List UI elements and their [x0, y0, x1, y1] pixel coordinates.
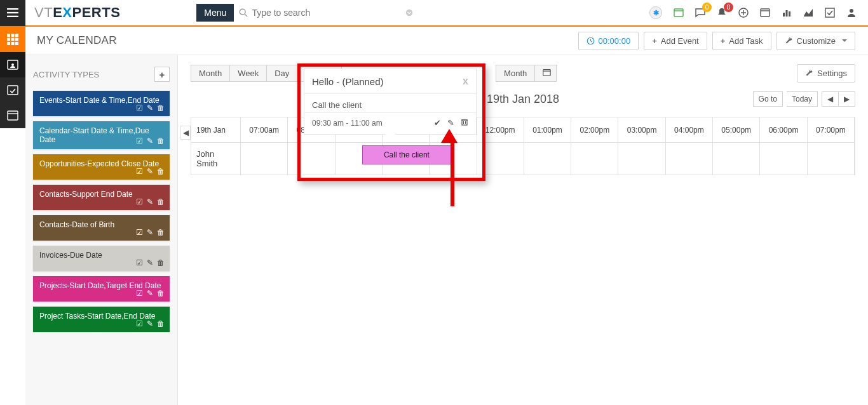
cal-cell[interactable]	[666, 143, 713, 175]
cal-cell[interactable]	[241, 143, 288, 175]
type-delete-icon[interactable]: 🗑	[157, 103, 165, 112]
hamburger-menu[interactable]	[0, 0, 25, 26]
view-day[interactable]: Day	[267, 65, 297, 82]
type-check-icon[interactable]: ☑	[136, 103, 143, 112]
goto-button[interactable]: Go to	[753, 91, 783, 107]
type-edit-icon[interactable]: ✎	[147, 289, 153, 298]
cal-cell[interactable]	[571, 143, 618, 175]
menu-button[interactable]: Menu	[196, 4, 234, 22]
bar-chart-icon[interactable]	[782, 8, 792, 18]
type-check-icon[interactable]: ☑	[136, 319, 143, 328]
type-delete-icon[interactable]: 🗑	[157, 289, 165, 298]
activity-type-card[interactable]: Invoices-Due Date☑✎🗑	[33, 246, 170, 271]
rail-event-person[interactable]	[0, 52, 25, 77]
type-edit-icon[interactable]: ✎	[147, 258, 153, 267]
cal-cell[interactable]	[808, 143, 855, 175]
search-dropdown-icon[interactable]	[405, 9, 413, 17]
type-check-icon[interactable]: ☑	[136, 167, 143, 176]
cal-cell[interactable]	[477, 143, 524, 175]
type-edit-icon[interactable]: ✎	[147, 197, 153, 206]
type-delete-icon[interactable]: 🗑	[157, 197, 165, 206]
cal-cell[interactable]	[524, 143, 571, 175]
rail-calendar-grid[interactable]	[0, 27, 25, 52]
type-delete-icon[interactable]: 🗑	[157, 167, 165, 176]
chat-icon[interactable]: 0	[695, 8, 705, 18]
cal-cell[interactable]	[288, 143, 335, 175]
cal-hour-header: 03:00pm	[618, 117, 665, 143]
type-edit-icon[interactable]: ✎	[147, 103, 153, 112]
add-task-button[interactable]: + Add Task	[712, 32, 771, 50]
current-date: 19th Jan 2018	[487, 93, 559, 106]
popup-close[interactable]: x	[463, 76, 468, 87]
rail-calendar-blank[interactable]	[0, 103, 25, 128]
type-delete-icon[interactable]: 🗑	[157, 136, 165, 145]
next-day[interactable]: ▶	[839, 91, 855, 107]
add-event-button[interactable]: + Add Event	[644, 32, 707, 50]
cal-hour-header: 05:00pm	[713, 117, 760, 143]
global-search[interactable]	[239, 4, 417, 22]
svg-rect-2	[7, 15, 18, 17]
popup-complete-icon[interactable]: ✔	[434, 118, 441, 128]
view-week[interactable]: Week	[230, 65, 267, 82]
plus-circle-icon[interactable]	[738, 8, 749, 18]
checkbox-icon[interactable]	[825, 8, 835, 18]
popup-edit-icon[interactable]: ✎	[447, 118, 454, 128]
scroll-left[interactable]: ◀	[180, 126, 191, 140]
svg-rect-15	[789, 11, 790, 17]
cal-cell[interactable]	[713, 143, 760, 175]
bell-icon[interactable]: 0	[717, 8, 727, 18]
activity-type-card[interactable]: Opportunities-Expected Close Date☑✎🗑	[33, 154, 170, 180]
type-check-icon[interactable]: ☑	[136, 228, 143, 237]
today-button[interactable]: Today	[787, 91, 818, 107]
add-activity-type[interactable]: +	[154, 67, 170, 82]
svg-rect-14	[786, 10, 788, 17]
calendar-green-icon[interactable]	[674, 8, 684, 18]
activity-type-card[interactable]: Projects-Start Date,Target End Date☑✎🗑	[33, 276, 170, 302]
type-edit-icon[interactable]: ✎	[147, 136, 153, 145]
type-check-icon[interactable]: ☑	[136, 258, 143, 267]
timer-button[interactable]: 00:00:00	[578, 32, 639, 50]
area-chart-icon[interactable]	[803, 8, 813, 18]
type-delete-icon[interactable]: 🗑	[157, 319, 165, 328]
hamburger-icon	[7, 8, 18, 17]
app-switcher[interactable]: ✱	[649, 6, 662, 19]
type-check-icon[interactable]: ☑	[136, 197, 143, 206]
view-month[interactable]: Month	[191, 65, 230, 82]
activity-type-card[interactable]: Contacts-Support End Date☑✎🗑	[33, 185, 170, 210]
popup-delete-icon[interactable]	[461, 118, 468, 128]
type-delete-icon[interactable]: 🗑	[157, 228, 165, 237]
wrench-icon	[785, 37, 793, 45]
calendar-picker-button[interactable]	[535, 65, 557, 82]
chat-badge: 0	[702, 3, 712, 12]
type-delete-icon[interactable]: 🗑	[157, 258, 165, 267]
search-input[interactable]	[252, 8, 417, 18]
activity-type-card[interactable]: Calendar-Start Date & Time,Due Date☑✎🗑	[33, 121, 170, 149]
cal-cell[interactable]	[618, 143, 665, 175]
type-edit-icon[interactable]: ✎	[147, 319, 153, 328]
svg-rect-20	[15, 34, 18, 37]
customize-button[interactable]: Customize	[776, 32, 855, 50]
logo-e: E	[53, 4, 62, 20]
cal-cell[interactable]: Call the client	[383, 143, 430, 175]
activity-type-card[interactable]: Events-Start Date & Time,End Date☑✎🗑	[33, 91, 170, 116]
svg-rect-22	[11, 38, 15, 41]
svg-rect-0	[7, 8, 18, 10]
activity-type-card[interactable]: Contacts-Date of Birth☑✎🗑	[33, 215, 170, 241]
user-icon[interactable]	[846, 8, 857, 18]
prev-month-label[interactable]: Month	[496, 65, 535, 82]
type-edit-icon[interactable]: ✎	[147, 167, 153, 176]
svg-rect-33	[543, 70, 550, 76]
activity-type-card[interactable]: Project Tasks-Start Date,End Date☑✎🗑	[33, 307, 170, 332]
type-edit-icon[interactable]: ✎	[147, 228, 153, 237]
cal-cell[interactable]	[430, 143, 477, 175]
calendar-icon[interactable]	[760, 8, 770, 18]
rail-calendar-check[interactable]	[0, 77, 25, 103]
popup-time: 09:30 am - 11:00 am	[312, 119, 383, 128]
settings-button[interactable]: Settings	[797, 64, 855, 83]
type-check-icon[interactable]: ☑	[136, 289, 143, 298]
prev-day[interactable]: ◀	[822, 91, 839, 107]
cal-cell[interactable]	[760, 143, 807, 175]
svg-rect-16	[825, 8, 834, 17]
type-check-icon[interactable]: ☑	[136, 136, 143, 145]
logo: VTEXPERTS	[34, 4, 120, 21]
